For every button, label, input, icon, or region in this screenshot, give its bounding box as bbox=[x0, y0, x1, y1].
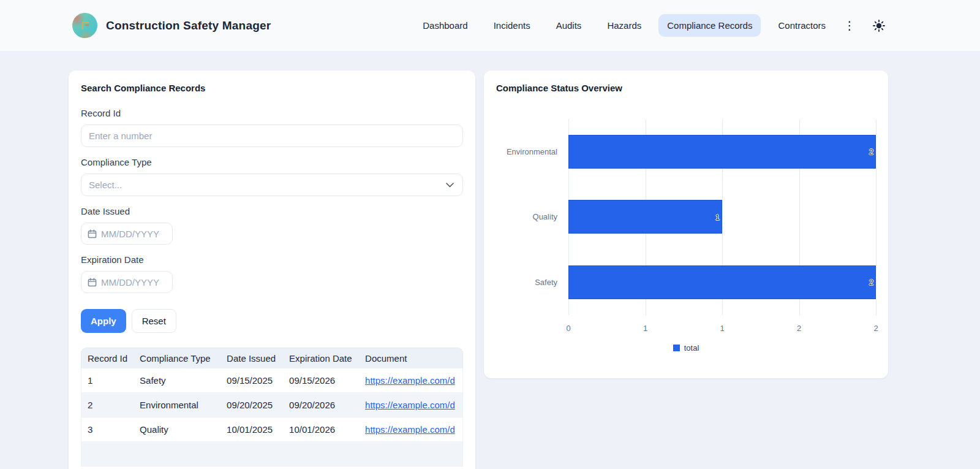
nav-item-compliance-records[interactable]: Compliance Records bbox=[658, 14, 761, 37]
select-value: Select... bbox=[89, 180, 446, 190]
compliance-type-label: Compliance Type bbox=[81, 157, 463, 167]
table-cell bbox=[359, 442, 463, 467]
bar-value-label: 1 bbox=[715, 212, 720, 221]
filter-actions: Apply Reset bbox=[81, 309, 463, 333]
legend-swatch bbox=[673, 345, 680, 351]
search-compliance-panel: Search Compliance Records Record Id Comp… bbox=[69, 71, 475, 469]
x-tick-label: 2 bbox=[797, 324, 801, 333]
table-cell: 09/20/2026 bbox=[283, 393, 359, 418]
bar-value-label: 2 bbox=[869, 147, 873, 156]
bar-quality[interactable]: 1 bbox=[568, 200, 722, 234]
theme-toggle-button[interactable] bbox=[870, 17, 888, 35]
column-header-date-issued: Date Issued bbox=[221, 348, 283, 368]
compliance-type-field: Compliance Type Select... bbox=[81, 157, 463, 196]
compliance-type-select[interactable]: Select... bbox=[81, 173, 463, 196]
gridline bbox=[876, 119, 876, 315]
sun-icon bbox=[872, 19, 886, 32]
category-label-safety: Safety bbox=[496, 250, 557, 315]
table-row: 2Environmental09/20/202509/20/2026https:… bbox=[81, 393, 463, 418]
top-nav-bar: Construction Safety Manager DashboardInc… bbox=[0, 0, 980, 51]
chart-band: 1 bbox=[568, 185, 876, 250]
x-tick-label: 1 bbox=[643, 324, 647, 333]
category-label-environmental: Environmental bbox=[496, 119, 557, 185]
crane-icon bbox=[78, 19, 92, 32]
x-tick-label: 2 bbox=[873, 324, 878, 333]
bar-chart: EnvironmentalQualitySafety 212 bbox=[496, 119, 876, 315]
table-row bbox=[81, 442, 463, 467]
nav-item-audits[interactable]: Audits bbox=[548, 14, 590, 37]
table-cell bbox=[134, 442, 221, 467]
table-cell: https://example.com/d bbox=[359, 368, 463, 393]
expiration-date-field: Expiration Date MM/DD/YYYY bbox=[81, 254, 463, 293]
chart-title: Compliance Status Overview bbox=[496, 83, 876, 93]
table-cell bbox=[283, 442, 359, 467]
expiration-date-input[interactable]: MM/DD/YYYY bbox=[81, 271, 173, 293]
nav-item-hazards[interactable]: Hazards bbox=[598, 14, 650, 37]
record-id-input[interactable] bbox=[81, 124, 463, 147]
table-cell: https://example.com/d bbox=[359, 418, 463, 442]
overflow-menu-button[interactable]: ⋮ bbox=[840, 17, 859, 35]
category-axis: EnvironmentalQualitySafety bbox=[496, 119, 557, 315]
table-cell: 09/15/2026 bbox=[283, 368, 359, 393]
x-tick-label: 1 bbox=[720, 324, 724, 333]
compliance-chart-panel: Compliance Status Overview Environmental… bbox=[484, 71, 888, 378]
compliance-records-table: Record IdCompliance TypeDate IssuedExpir… bbox=[81, 348, 463, 467]
bar-environmental[interactable]: 2 bbox=[568, 135, 876, 169]
apply-button[interactable]: Apply bbox=[81, 309, 126, 333]
chevron-down-icon bbox=[446, 183, 454, 188]
table-cell: 09/20/2025 bbox=[221, 393, 283, 418]
chart-legend: total bbox=[496, 343, 876, 353]
legend-label: total bbox=[684, 343, 699, 353]
record-id-field: Record Id bbox=[81, 108, 463, 147]
date-issued-placeholder: MM/DD/YYYY bbox=[101, 229, 159, 239]
table-cell: 2 bbox=[81, 393, 134, 418]
value-axis: 01122 bbox=[568, 315, 876, 336]
nav-icons: ⋮ bbox=[840, 17, 888, 35]
chart-band: 2 bbox=[568, 119, 876, 185]
table-cell: Environmental bbox=[134, 393, 221, 418]
x-tick-label: 0 bbox=[566, 324, 570, 333]
table-cell bbox=[81, 442, 134, 467]
plot-area: 212 bbox=[568, 119, 876, 315]
app-title: Construction Safety Manager bbox=[106, 19, 271, 32]
column-header-record-id: Record Id bbox=[81, 348, 134, 368]
app-logo bbox=[72, 13, 97, 38]
document-link[interactable]: https://example.com/d bbox=[365, 424, 455, 435]
reset-button[interactable]: Reset bbox=[132, 309, 176, 333]
expiration-date-label: Expiration Date bbox=[81, 254, 463, 265]
table-row: 1Safety09/15/202509/15/2026https://examp… bbox=[81, 368, 463, 393]
bar-safety[interactable]: 2 bbox=[568, 265, 876, 299]
search-panel-title: Search Compliance Records bbox=[81, 83, 463, 93]
date-issued-input[interactable]: MM/DD/YYYY bbox=[81, 223, 173, 245]
category-label-quality: Quality bbox=[496, 185, 557, 250]
record-id-label: Record Id bbox=[81, 108, 463, 118]
document-link[interactable]: https://example.com/d bbox=[365, 375, 455, 386]
table-row: 3Quality10/01/202510/01/2026https://exam… bbox=[81, 418, 463, 442]
chart-band: 2 bbox=[568, 250, 876, 315]
date-issued-field: Date Issued MM/DD/YYYY bbox=[81, 206, 463, 245]
table-cell: 09/15/2025 bbox=[221, 368, 283, 393]
table-cell: https://example.com/d bbox=[359, 393, 463, 418]
calendar-icon bbox=[88, 278, 97, 287]
table-cell: 3 bbox=[81, 418, 134, 442]
nav-item-dashboard[interactable]: Dashboard bbox=[414, 14, 476, 37]
bar-value-label: 2 bbox=[869, 278, 873, 287]
table-cell: 10/01/2025 bbox=[221, 418, 283, 442]
table-cell: Safety bbox=[134, 368, 221, 393]
kebab-menu-icon: ⋮ bbox=[844, 20, 856, 31]
table-header-row: Record IdCompliance TypeDate IssuedExpir… bbox=[81, 348, 463, 368]
table-cell bbox=[221, 442, 283, 467]
table-cell: 1 bbox=[81, 368, 134, 393]
main-content: Search Compliance Records Record Id Comp… bbox=[0, 51, 980, 469]
primary-nav: DashboardIncidentsAuditsHazardsComplianc… bbox=[414, 14, 834, 37]
column-header-expiration-date: Expiration Date bbox=[283, 348, 359, 368]
date-issued-label: Date Issued bbox=[81, 206, 463, 216]
expiration-date-placeholder: MM/DD/YYYY bbox=[101, 277, 159, 288]
brand: Construction Safety Manager bbox=[72, 13, 271, 38]
nav-item-contractors[interactable]: Contractors bbox=[769, 14, 834, 37]
table-cell: Quality bbox=[134, 418, 221, 442]
column-header-compliance-type: Compliance Type bbox=[134, 348, 221, 368]
column-header-document: Document bbox=[359, 348, 463, 368]
nav-item-incidents[interactable]: Incidents bbox=[485, 14, 539, 37]
document-link[interactable]: https://example.com/d bbox=[365, 400, 455, 410]
